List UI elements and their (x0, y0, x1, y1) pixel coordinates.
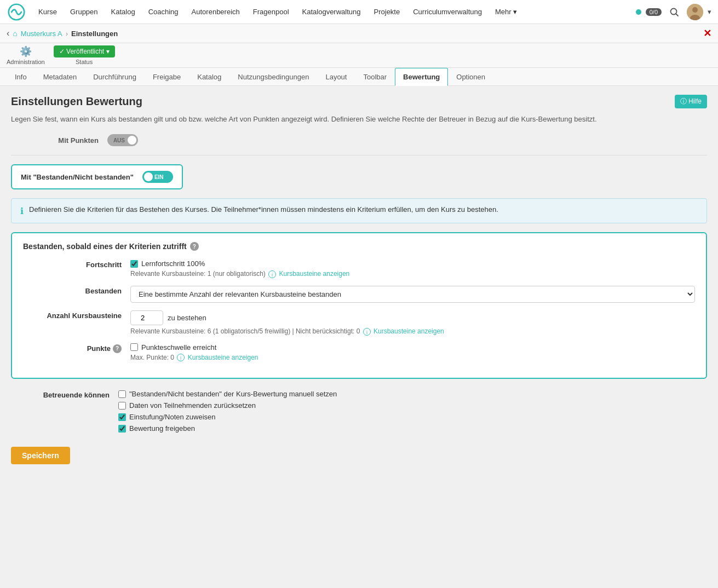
betreuende-option-label-3: Bewertung freigeben (129, 424, 195, 433)
info-icon: ℹ (20, 206, 24, 216)
main-content: Einstellungen Bewertung ⓘ Hilfe Legen Si… (0, 86, 718, 588)
tab-freigabe[interactable]: Freigabe (145, 68, 189, 85)
kriterien-title-text: Bestanden, sobald eines der Kriterien zu… (23, 242, 187, 251)
home-icon[interactable]: ⌂ (13, 29, 17, 38)
close-button[interactable]: ✕ (703, 27, 711, 39)
nav-curriculumverwaltung[interactable]: Curriculumverwaltung (407, 5, 487, 18)
toggle-off-text: AUS (113, 137, 125, 143)
app-logo (7, 2, 26, 22)
info-circle-icon-3: i (177, 354, 185, 361)
nav-counter: 0/0 (646, 8, 662, 16)
current-breadcrumb: Einstellungen (71, 30, 118, 38)
svg-point-4 (692, 7, 698, 13)
nav-mehr[interactable]: Mehr ▾ (490, 5, 522, 18)
tab-bewertung[interactable]: Bewertung (395, 68, 448, 86)
bestanden-box: Mit "Bestanden/Nicht bestanden" EIN (11, 164, 183, 189)
user-menu-chevron[interactable]: ▾ (708, 8, 711, 16)
fortschritt-checkbox[interactable] (130, 260, 138, 268)
kriterien-box: Bestanden, sobald eines der Kriterien zu… (11, 232, 707, 379)
tab-layout[interactable]: Layout (317, 68, 355, 85)
nav-autorenbereich[interactable]: Autorenbereich (186, 5, 245, 18)
tab-katalog[interactable]: Katalog (189, 68, 229, 85)
bestanden-toggle[interactable]: EIN (142, 171, 173, 183)
nav-katalogverwaltung[interactable]: Katalogverwaltung (297, 5, 366, 18)
help-button[interactable]: ⓘ Hilfe (675, 95, 707, 108)
fortschritt-row: Fortschritt Lernfortschritt 100% Relevan… (23, 260, 695, 278)
tabs-bar: Info Metadaten Durchführung Freigabe Kat… (0, 68, 718, 86)
toggle-on-text: EIN (154, 174, 164, 180)
zu-bestehen-label: zu bestehen (168, 314, 206, 322)
bestanden-select[interactable]: Eine bestimmte Anzahl der relevanten Kur… (130, 286, 695, 303)
anzahl-label: Anzahl Kursbausteine (23, 310, 122, 320)
info-text: Definieren Sie die Kriterien für das Bes… (29, 205, 498, 214)
fortschritt-content: Lernfortschritt 100% Relevante Kursbaust… (130, 260, 695, 278)
nav-right: 0/0 ▾ (636, 4, 711, 20)
betreuende-option-2: Einstufung/Noten zuweisen (118, 413, 707, 421)
page-title: Einstellungen Bewertung (11, 95, 142, 108)
nav-projekte[interactable]: Projekte (369, 5, 406, 18)
info-circle-icon-2: i (363, 328, 371, 336)
betreuende-options: "Bestanden/Nicht bestanden" der Kurs-Bew… (118, 390, 707, 436)
betreuende-checkbox-0[interactable] (118, 390, 126, 398)
punkte-content: Punkteschwelle erreicht Max. Punkte: 0 i… (130, 343, 695, 362)
bestanden-field-label: Bestanden (23, 286, 122, 295)
punkte-checkbox[interactable] (130, 343, 138, 351)
tab-durchfuhrung[interactable]: Durchführung (85, 68, 145, 85)
mit-punkten-toggle[interactable]: AUS (107, 134, 138, 146)
kursbausteine-link-3[interactable]: Kursbausteine anzeigen (188, 354, 259, 361)
mit-punkten-row: Mit Punkten AUS (11, 134, 707, 146)
breadcrumb-bar: ‹ ⌂ Musterkurs A › Einstellungen ✕ (0, 24, 718, 43)
anzahl-inline-row: zu bestehen (130, 310, 695, 325)
status-label: Status (76, 59, 93, 65)
nav-kurse[interactable]: Kurse (33, 5, 62, 18)
betreuende-checkbox-3[interactable] (118, 425, 126, 433)
tab-metadaten[interactable]: Metadaten (35, 68, 85, 85)
page-header: Einstellungen Bewertung ⓘ Hilfe (11, 95, 707, 108)
punkte-checkbox-label: Punkteschwelle erreicht (141, 343, 216, 351)
admin-bar: ⚙️ Administration ✓ Veröffentlicht ▾ Sta… (0, 43, 718, 68)
punkte-note: Max. Punkte: 0 i Kursbausteine anzeigen (130, 354, 695, 362)
save-button[interactable]: Speichern (11, 447, 70, 464)
svg-text:i: i (272, 272, 273, 278)
svg-line-2 (676, 14, 678, 16)
kriterien-help-icon[interactable]: ? (190, 242, 199, 251)
mit-punkten-label: Mit Punkten (11, 136, 99, 145)
nav-katalog[interactable]: Katalog (106, 5, 141, 18)
tab-nutzungsbedingungen[interactable]: Nutzungsbedingungen (229, 68, 317, 85)
betreuende-label: Betreuende können (11, 390, 110, 399)
top-nav: Kurse Gruppen Katalog Coaching Autorenbe… (0, 0, 718, 24)
administration-button[interactable]: ⚙️ Administration (7, 45, 45, 65)
divider (11, 155, 707, 155)
user-avatar[interactable] (687, 4, 703, 20)
kursbausteine-link-2[interactable]: Kursbausteine anzeigen (374, 327, 444, 335)
betreuende-checkbox-2[interactable] (118, 413, 126, 421)
nav-gruppen[interactable]: Gruppen (65, 5, 104, 18)
bestanden-toggle-knob (144, 172, 153, 181)
bestanden-label: Mit "Bestanden/Nicht bestanden" (21, 173, 134, 181)
betreuende-option-label-0: "Bestanden/Nicht bestanden" der Kurs-Bew… (129, 390, 337, 398)
admin-label: Administration (7, 59, 45, 65)
anzahl-row: Anzahl Kursbausteine zu bestehen Relevan… (23, 310, 695, 336)
info-box: ℹ Definieren Sie die Kriterien für das B… (11, 198, 707, 223)
fortschritt-checkbox-label: Lernfortschritt 100% (141, 260, 205, 268)
tab-optionen[interactable]: Optionen (448, 68, 493, 85)
fortschritt-label: Fortschritt (23, 260, 122, 269)
search-button[interactable] (666, 4, 682, 20)
anzahl-input[interactable] (130, 310, 163, 325)
betreuende-checkbox-1[interactable] (118, 402, 126, 410)
punkte-help-icon[interactable]: ? (113, 344, 122, 353)
bestanden-select-content: Eine bestimmte Anzahl der relevanten Kur… (130, 286, 695, 303)
kursbausteine-link-1[interactable]: Kursbausteine anzeigen (279, 270, 350, 278)
parent-breadcrumb[interactable]: Musterkurs A (21, 30, 62, 38)
betreuende-option-label-2: Einstufung/Noten zuweisen (129, 413, 216, 421)
tab-info[interactable]: Info (7, 68, 35, 85)
betreuende-option-0: "Bestanden/Nicht bestanden" der Kurs-Bew… (118, 390, 707, 398)
betreuende-option-1: Daten von Teilnehmenden zurücksetzen (118, 401, 707, 410)
back-button[interactable]: ‹ (7, 28, 9, 38)
nav-coaching[interactable]: Coaching (143, 5, 184, 18)
nav-fragenpool[interactable]: Fragenpool (248, 5, 295, 18)
tab-toolbar[interactable]: Toolbar (355, 68, 395, 85)
betreuende-option-3: Bewertung freigeben (118, 424, 707, 433)
betreuende-row: Betreuende können "Bestanden/Nicht besta… (11, 390, 707, 436)
published-button[interactable]: ✓ Veröffentlicht ▾ (54, 45, 115, 57)
